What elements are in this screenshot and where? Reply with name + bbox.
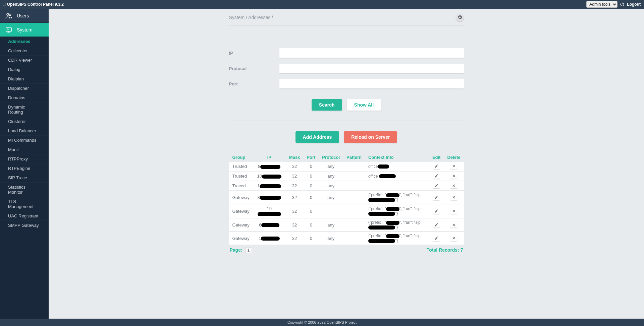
delete-button[interactable] (450, 222, 457, 227)
delete-button[interactable] (450, 195, 457, 200)
cell-context: {"prefix": "", "ruri": "sip"} (365, 191, 429, 204)
page-indicator: Page: 1 (230, 247, 252, 253)
edit-button[interactable] (433, 222, 440, 227)
sidebar-item-sip-trace[interactable]: SIP Trace (0, 173, 49, 183)
sidebar-item-load-balancer[interactable]: Load Balancer (0, 126, 49, 136)
cell-port: 0 (303, 171, 319, 181)
edit-button[interactable] (433, 195, 440, 200)
delete-icon (452, 209, 456, 213)
edit-button[interactable] (433, 173, 440, 179)
page-number[interactable]: 1 (245, 248, 252, 253)
delete-icon (452, 174, 456, 178)
sidebar-item-dialog[interactable]: Dialog (0, 65, 49, 74)
edit-button[interactable] (433, 183, 440, 188)
sidebar-item-uac-registrant[interactable]: UAC Registrant (0, 211, 49, 221)
edit-button[interactable] (433, 236, 440, 241)
search-button[interactable]: Search (312, 99, 342, 111)
pencil-icon (434, 184, 438, 188)
sidebar-item-tls-management[interactable]: TLS Management (0, 197, 49, 211)
sidebar-item-monit[interactable]: Monit (0, 145, 49, 154)
protocol-input[interactable] (279, 64, 464, 73)
cell-mask: 32 (286, 232, 304, 245)
reload-server-button[interactable]: Reload on Server (344, 131, 397, 143)
delete-icon (452, 236, 456, 240)
sidebar-item-statistics-monitor[interactable]: Statistics Monitor (0, 183, 49, 197)
cell-group: Gateway (229, 204, 253, 218)
cell-group: Gateway (229, 191, 253, 204)
cell-protocol: any (319, 162, 343, 171)
gear-icon (457, 15, 463, 20)
add-address-button[interactable]: Add Address (296, 131, 339, 143)
col-edit: Edit (429, 153, 444, 162)
show-all-button[interactable]: Show All (347, 99, 381, 111)
svg-point-1 (9, 14, 11, 15)
topbar: .: OpenSIPS Control Panel 9.3.2 Admin to… (0, 0, 644, 9)
cell-pattern (343, 204, 365, 218)
logout-link[interactable]: Logout (627, 2, 641, 7)
cell-port: 0 (303, 232, 319, 245)
port-input[interactable] (279, 79, 464, 88)
total-records: Total Records: 7 (427, 247, 463, 253)
table-row: Gateway6320any{"prefix": "", "ruri": "si… (229, 218, 464, 232)
ip-input[interactable] (279, 48, 464, 58)
cell-ip: 6 (253, 218, 286, 232)
admin-tools-select[interactable]: Admin tools (586, 1, 618, 8)
cell-mask: 32 (286, 204, 304, 218)
cell-mask: 32 (286, 191, 304, 204)
cell-group: Gateway (229, 232, 253, 245)
delete-icon (452, 195, 456, 199)
edit-button[interactable] (433, 164, 440, 169)
delete-button[interactable] (450, 173, 457, 179)
breadcrumb: System / Addresses / (229, 15, 273, 20)
sidebar-item-cdr-viewer[interactable]: CDR Viewer (0, 56, 49, 65)
sidebar-item-addresses[interactable]: Addresses (0, 37, 49, 46)
cell-protocol: any (319, 232, 343, 245)
sidebar-item-domains[interactable]: Domains (0, 93, 49, 103)
cell-context: office (365, 162, 429, 171)
delete-button[interactable] (450, 164, 457, 169)
sidebar-item-dispatcher[interactable]: Dispatcher (0, 84, 49, 93)
sidebar-users[interactable]: Users (0, 9, 49, 23)
sidebar-system-label: System (17, 27, 33, 32)
search-form: IP Protocol Port Search Show All (229, 25, 464, 117)
col-context: Context Info (365, 153, 429, 162)
sidebar-item-callcenter[interactable]: Callcenter (0, 46, 49, 56)
settings-button[interactable] (456, 13, 464, 21)
delete-icon (452, 223, 456, 227)
cell-context: {"prefix": "", "ruri": "sip"} (365, 204, 429, 218)
pencil-icon (434, 164, 438, 168)
cell-mask: 32 (286, 181, 304, 191)
sidebar-item-smpp-gateway[interactable]: SMPP Gateway (0, 221, 49, 230)
cell-group: Trusted (229, 171, 253, 181)
sidebar-item-dynamic-routing[interactable]: Dynamic Routing (0, 103, 49, 117)
delete-button[interactable] (450, 236, 457, 241)
pencil-icon (434, 174, 438, 178)
table-row: Trusted8320anyoffice (229, 162, 464, 171)
sidebar: Users System AddressesCallcenterCDR View… (0, 9, 49, 319)
cell-ip: 8 (253, 162, 286, 171)
sidebar-item-rtpengine[interactable]: RTPEngine (0, 164, 49, 173)
col-pattern: Pattern (343, 153, 365, 162)
cell-ip: 10 (253, 171, 286, 181)
cell-context: {"prefix": "", "ruri": "sip"} (365, 232, 429, 245)
cell-ip: 19 (253, 204, 286, 218)
divider (229, 121, 464, 121)
delete-button[interactable] (450, 208, 457, 214)
cell-mask: 32 (286, 162, 304, 171)
cell-pattern (343, 171, 365, 181)
sidebar-item-rtpproxy[interactable]: RTPProxy (0, 154, 49, 164)
cell-group: Traced (229, 181, 253, 191)
sidebar-system[interactable]: System (0, 23, 49, 37)
cell-protocol: any (319, 181, 343, 191)
delete-button[interactable] (450, 183, 457, 188)
app-title: .: OpenSIPS Control Panel 9.3.2 (3, 2, 586, 7)
sidebar-item-clusterer[interactable]: Clusterer (0, 117, 49, 126)
sidebar-item-dialplan[interactable]: Dialplan (0, 74, 49, 84)
port-label: Port (229, 81, 279, 86)
topbar-right: Admin tools Logout (586, 1, 641, 8)
sidebar-item-mi-commands[interactable]: MI Commands (0, 136, 49, 145)
delete-icon (452, 184, 456, 188)
edit-button[interactable] (433, 208, 440, 214)
protocol-label: Protocol (229, 66, 279, 71)
cell-port: 0 (303, 204, 319, 218)
